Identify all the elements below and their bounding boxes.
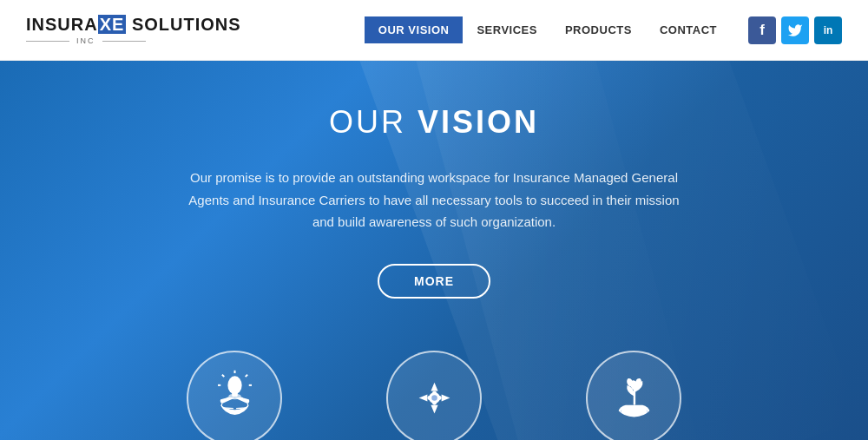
- hero-section: OUR VISION Our promise is to provide an …: [0, 61, 868, 440]
- linkedin-icon[interactable]: in: [814, 16, 842, 44]
- logo-text: INSURAXE SOLUTIONS: [26, 15, 241, 35]
- lightbulb-hands-icon: [187, 351, 282, 441]
- twitter-bird-icon: [787, 23, 803, 38]
- nav-services[interactable]: SERVICES: [463, 16, 551, 43]
- header: INSURAXE SOLUTIONS INC OUR VISION SERVIC…: [0, 0, 868, 61]
- teamwork-hands-icon: [386, 351, 482, 441]
- twitter-icon[interactable]: [781, 16, 809, 44]
- lightbulb-svg: [207, 370, 263, 426]
- logo-xe: XE: [98, 15, 127, 34]
- svg-point-7: [228, 394, 241, 400]
- more-button[interactable]: MORE: [378, 264, 490, 299]
- navigation: OUR VISION SERVICES PRODUCTS CONTACT f i…: [365, 16, 842, 44]
- svg-line-3: [245, 375, 247, 377]
- growth-svg: [606, 370, 662, 426]
- logo-inc: INC: [76, 36, 95, 45]
- logo-area: INSURAXE SOLUTIONS INC: [26, 15, 241, 45]
- growth-hand-icon: [586, 351, 681, 441]
- nav-products[interactable]: PRODUCTS: [551, 16, 646, 43]
- teamwork-svg: [406, 370, 463, 426]
- nav-contact[interactable]: CONTACT: [646, 16, 731, 43]
- linkedin-label: in: [824, 24, 833, 36]
- social-icons: f in: [748, 16, 842, 44]
- icons-row: [187, 351, 681, 441]
- hero-title-light: OUR: [329, 104, 418, 140]
- hero-description: Our promise is to provide an outstanding…: [182, 167, 686, 233]
- svg-point-0: [227, 376, 241, 394]
- facebook-icon[interactable]: f: [748, 16, 776, 44]
- hero-title-bold: VISION: [418, 104, 539, 140]
- facebook-label: f: [760, 22, 765, 39]
- nav-our-vision[interactable]: OUR VISION: [365, 16, 464, 43]
- hero-title: OUR VISION: [329, 104, 539, 141]
- svg-line-5: [221, 375, 223, 377]
- svg-point-13: [431, 395, 437, 401]
